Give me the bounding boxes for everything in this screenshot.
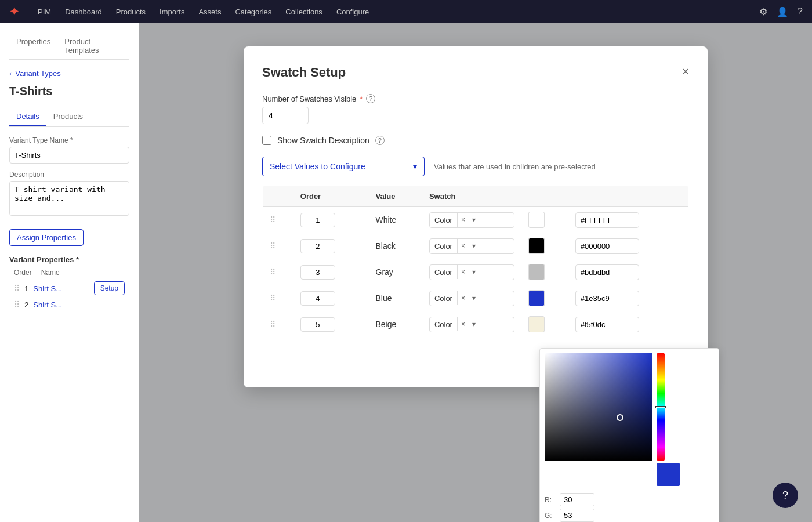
- nav-collections[interactable]: Collections: [285, 8, 322, 16]
- color-picker-popup: R: G: B: #: OK Cancel: [539, 348, 719, 522]
- description-section: Description T-shirt variant with size an…: [9, 171, 129, 217]
- hue-indicator: [655, 406, 666, 408]
- modal-title: Swatch Setup: [262, 65, 346, 80]
- color-preview-4[interactable]: [528, 290, 545, 306]
- swatch-desc-help-icon[interactable]: ?: [375, 136, 385, 145]
- tab-properties[interactable]: Properties: [9, 32, 57, 59]
- r-input-row: R:: [545, 493, 714, 506]
- back-chevron-icon: ‹: [9, 69, 12, 78]
- variant-type-name-input[interactable]: [9, 147, 129, 164]
- back-link[interactable]: ‹ Variant Types: [9, 69, 129, 78]
- user-icon[interactable]: 👤: [777, 6, 788, 17]
- hex-input-1[interactable]: [575, 212, 639, 228]
- drag-icon[interactable]: ⠿: [270, 320, 276, 329]
- color-preview-2[interactable]: [528, 238, 545, 254]
- color-type-clear-5[interactable]: ×: [458, 317, 469, 331]
- select-values-row: Select Values to Configure ▾ Values that…: [262, 157, 689, 176]
- setup-button-1[interactable]: Setup: [94, 281, 125, 295]
- logo-icon: ✦: [9, 5, 19, 19]
- chat-bubble-icon: ?: [782, 490, 788, 502]
- required-indicator: *: [360, 95, 362, 103]
- modal-close-button[interactable]: ×: [682, 65, 689, 78]
- hex-input-3[interactable]: [575, 264, 639, 280]
- modal-header: Swatch Setup ×: [262, 65, 689, 80]
- g-input[interactable]: [560, 509, 594, 522]
- nav-categories[interactable]: Categories: [235, 8, 271, 16]
- top-nav: ✦ PIM Dashboard Products Imports Assets …: [0, 0, 812, 23]
- color-type-select-2: Color × ▾: [429, 238, 515, 254]
- order-input-5[interactable]: [300, 317, 335, 332]
- color-type-chevron-2[interactable]: ▾: [469, 239, 479, 253]
- drag-handle-icon[interactable]: ⠿: [14, 284, 20, 293]
- drag-icon[interactable]: ⠿: [270, 241, 276, 251]
- settings-icon[interactable]: ⚙: [759, 6, 767, 17]
- drag-handle-icon[interactable]: ⠿: [14, 300, 20, 309]
- drag-icon[interactable]: ⠿: [270, 267, 276, 277]
- color-type-clear-4[interactable]: ×: [458, 291, 469, 305]
- hex-input-2[interactable]: [575, 238, 639, 254]
- nav-configure[interactable]: Configure: [336, 8, 369, 16]
- nav-dashboard[interactable]: Dashboard: [65, 8, 102, 16]
- nav-products[interactable]: Products: [116, 8, 146, 16]
- color-type-chevron-5[interactable]: ▾: [469, 317, 479, 331]
- table-row: ⠿ Gray Color × ▾: [263, 259, 689, 285]
- tab-product-templates[interactable]: Product Templates: [57, 32, 129, 59]
- help-icon[interactable]: ?: [798, 6, 803, 17]
- header-order: Order: [14, 269, 32, 277]
- drag-icon[interactable]: ⠿: [270, 293, 276, 303]
- color-type-clear-2[interactable]: ×: [458, 239, 469, 253]
- drag-icon[interactable]: ⠿: [270, 215, 276, 224]
- g-input-row: G:: [545, 509, 714, 522]
- variant-props-header: Order Name: [9, 269, 129, 277]
- color-preview-5[interactable]: [528, 316, 545, 332]
- color-type-select-3: Color × ▾: [429, 264, 515, 280]
- page-layout: Properties Product Templates ‹ Variant T…: [0, 23, 812, 522]
- show-swatch-description-checkbox[interactable]: [262, 136, 271, 145]
- r-label: R:: [545, 496, 556, 504]
- nav-imports[interactable]: Imports: [160, 8, 184, 16]
- color-preview-1[interactable]: [528, 212, 545, 228]
- assign-properties-button[interactable]: Assign Properties: [9, 229, 84, 246]
- swatch-setup-modal: Swatch Setup × Number of Swatches Visibl…: [244, 46, 708, 387]
- hex-input-5[interactable]: [575, 317, 639, 332]
- color-picker-dot[interactable]: [617, 414, 624, 421]
- description-textarea[interactable]: T-shirt variant with size and...: [9, 181, 129, 216]
- prop-link-2[interactable]: Shirt S...: [33, 300, 62, 309]
- show-swatch-description-row: Show Swatch Description ?: [262, 136, 689, 145]
- prop-link-1[interactable]: Shirt S...: [33, 284, 62, 293]
- sidebar-tabs: Properties Product Templates: [9, 32, 129, 60]
- hue-strip[interactable]: [657, 353, 665, 461]
- color-type-chevron-4[interactable]: ▾: [469, 291, 479, 305]
- col-color: [521, 186, 568, 207]
- color-type-chevron-1[interactable]: ▾: [469, 213, 479, 227]
- value-cell-4: Blue: [369, 285, 422, 311]
- hex-input-4[interactable]: [575, 291, 639, 306]
- variant-props-title: Variant Properties *: [9, 255, 129, 264]
- swatches-help-icon[interactable]: ?: [366, 94, 375, 103]
- color-gradient[interactable]: [545, 353, 652, 461]
- swatches-visible-input[interactable]: [262, 107, 309, 124]
- dropdown-label: Select Values to Configure: [270, 162, 365, 171]
- back-label: Variant Types: [15, 69, 60, 78]
- color-type-clear-3[interactable]: ×: [458, 265, 469, 279]
- nav-assets[interactable]: Assets: [198, 8, 221, 16]
- col-order: Order: [293, 186, 369, 207]
- color-preview-3[interactable]: [528, 264, 545, 280]
- order-input-4[interactable]: [300, 291, 335, 306]
- nav-brand[interactable]: PIM: [38, 8, 51, 16]
- chat-bubble-button[interactable]: ?: [773, 483, 798, 508]
- swatches-visible-label: Number of Swatches Visible * ?: [262, 94, 689, 103]
- color-type-clear-1[interactable]: ×: [458, 213, 469, 227]
- select-values-dropdown[interactable]: Select Values to Configure ▾: [262, 157, 425, 176]
- swatch-table: Order Value Swatch ⠿ White: [262, 186, 689, 338]
- order-input-3[interactable]: [300, 265, 335, 280]
- g-label: G:: [545, 512, 556, 520]
- value-cell-2: Black: [369, 233, 422, 259]
- tab-products[interactable]: Products: [46, 107, 90, 126]
- tab-details[interactable]: Details: [9, 107, 46, 126]
- r-input[interactable]: [560, 493, 594, 506]
- show-swatch-description-label: Show Swatch Description: [277, 136, 369, 145]
- order-input-1[interactable]: [300, 213, 335, 227]
- color-type-chevron-3[interactable]: ▾: [469, 265, 479, 279]
- order-input-2[interactable]: [300, 239, 335, 253]
